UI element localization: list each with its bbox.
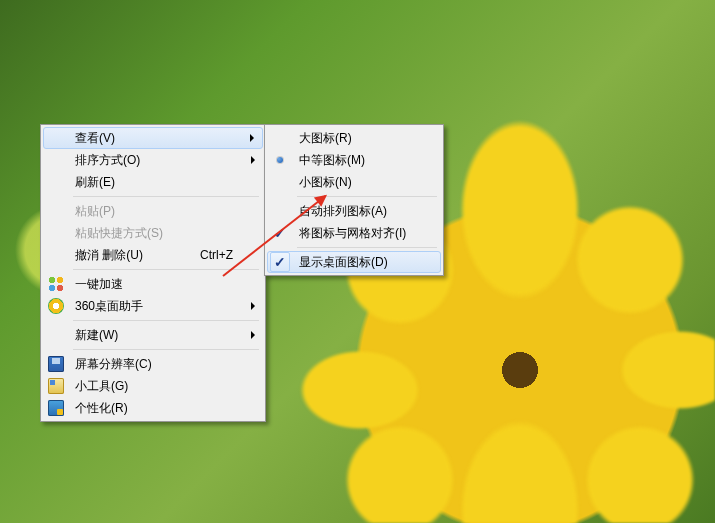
checkmark-icon: ✓ bbox=[270, 252, 290, 272]
submenu-item-small-icons[interactable]: 小图标(N) bbox=[267, 171, 441, 193]
menu-label: 排序方式(O) bbox=[75, 152, 233, 169]
menu-item-paste: 粘贴(P) bbox=[43, 200, 263, 222]
menu-item-screen-resolution[interactable]: 屏幕分辨率(C) bbox=[43, 353, 263, 375]
menu-label: 查看(V) bbox=[75, 130, 233, 147]
submenu-arrow-icon bbox=[251, 156, 255, 164]
menu-label: 屏幕分辨率(C) bbox=[75, 356, 233, 373]
menu-label: 新建(W) bbox=[75, 327, 233, 344]
view-submenu: 大图标(R) 中等图标(M) 小图标(N) 自动排列图标(A) ✓ 将图标与网格… bbox=[264, 124, 444, 276]
gadgets-icon bbox=[47, 377, 65, 395]
submenu-arrow-icon bbox=[251, 331, 255, 339]
desktop-background[interactable]: 查看(V) 排序方式(O) 刷新(E) 粘贴(P) 粘贴快捷方式(S) 撤消 删… bbox=[0, 0, 715, 523]
menu-item-personalize[interactable]: 个性化(R) bbox=[43, 397, 263, 419]
menu-label: 大图标(R) bbox=[299, 130, 411, 147]
menu-item-360-desktop-helper[interactable]: 360桌面助手 bbox=[43, 295, 263, 317]
menu-label: 撤消 删除(U) bbox=[75, 247, 180, 264]
menu-separator bbox=[297, 244, 441, 251]
menu-label: 小工具(G) bbox=[75, 378, 233, 395]
desktop-context-menu: 查看(V) 排序方式(O) 刷新(E) 粘贴(P) 粘贴快捷方式(S) 撤消 删… bbox=[40, 124, 266, 422]
menu-label: 360桌面助手 bbox=[75, 298, 233, 315]
menu-item-refresh[interactable]: 刷新(E) bbox=[43, 171, 263, 193]
menu-label: 将图标与网格对齐(I) bbox=[299, 225, 411, 242]
menu-label: 刷新(E) bbox=[75, 174, 233, 191]
menu-item-paste-shortcut: 粘贴快捷方式(S) bbox=[43, 222, 263, 244]
submenu-arrow-icon bbox=[250, 134, 254, 142]
menu-label: 粘贴快捷方式(S) bbox=[75, 225, 233, 242]
menu-separator bbox=[73, 193, 263, 200]
submenu-arrow-icon bbox=[251, 302, 255, 310]
submenu-item-medium-icons[interactable]: 中等图标(M) bbox=[267, 149, 441, 171]
submenu-item-large-icons[interactable]: 大图标(R) bbox=[267, 127, 441, 149]
menu-label: 显示桌面图标(D) bbox=[299, 254, 411, 271]
menu-item-one-click-accel[interactable]: 一键加速 bbox=[43, 273, 263, 295]
resolution-icon bbox=[47, 355, 65, 373]
menu-shortcut: Ctrl+Z bbox=[200, 248, 233, 262]
menu-label: 自动排列图标(A) bbox=[299, 203, 411, 220]
menu-item-view[interactable]: 查看(V) bbox=[43, 127, 263, 149]
menu-label: 粘贴(P) bbox=[75, 203, 233, 220]
menu-item-undo-delete[interactable]: 撤消 删除(U) Ctrl+Z bbox=[43, 244, 263, 266]
submenu-item-show-desktop-icons[interactable]: ✓ 显示桌面图标(D) bbox=[267, 251, 441, 273]
radio-selected-icon bbox=[269, 150, 291, 170]
menu-label: 中等图标(M) bbox=[299, 152, 411, 169]
menu-separator bbox=[73, 346, 263, 353]
menu-separator bbox=[73, 317, 263, 324]
accel-icon bbox=[47, 275, 65, 293]
menu-label: 一键加速 bbox=[75, 276, 233, 293]
360-icon bbox=[47, 297, 65, 315]
menu-item-sort[interactable]: 排序方式(O) bbox=[43, 149, 263, 171]
menu-label: 个性化(R) bbox=[75, 400, 233, 417]
menu-item-new[interactable]: 新建(W) bbox=[43, 324, 263, 346]
menu-item-gadgets[interactable]: 小工具(G) bbox=[43, 375, 263, 397]
submenu-item-align-to-grid[interactable]: ✓ 将图标与网格对齐(I) bbox=[267, 222, 441, 244]
personalize-icon bbox=[47, 399, 65, 417]
menu-label: 小图标(N) bbox=[299, 174, 411, 191]
